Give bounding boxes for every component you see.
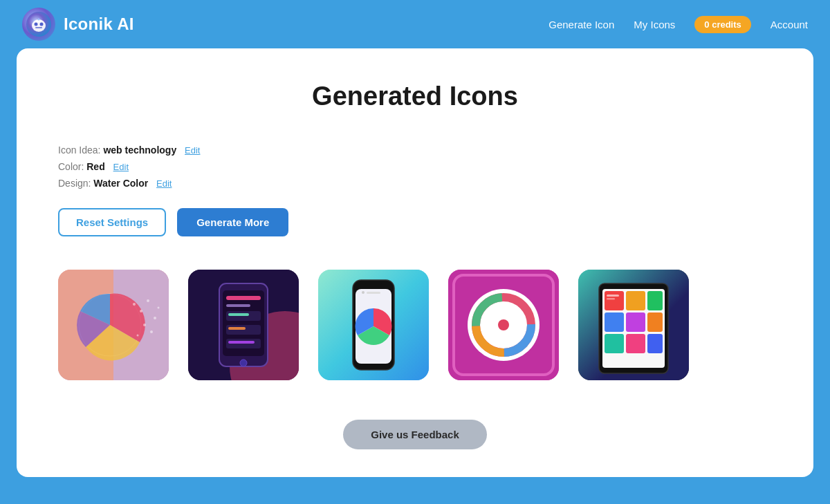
svg-point-45 <box>498 319 509 330</box>
svg-rect-23 <box>226 304 250 307</box>
svg-point-6 <box>38 19 40 21</box>
svg-rect-53 <box>626 312 645 332</box>
svg-point-17 <box>137 335 139 337</box>
svg-point-3 <box>40 23 44 26</box>
svg-point-14 <box>143 324 146 326</box>
feedback-section: Give us Feedback <box>17 420 813 449</box>
icons-grid <box>58 270 772 380</box>
icon-idea-line: Icon Idea: web technology Edit <box>58 144 772 156</box>
icon-idea-edit[interactable]: Edit <box>185 145 200 156</box>
color-value: Red <box>86 161 104 172</box>
svg-point-16 <box>158 307 160 309</box>
svg-rect-56 <box>626 334 645 353</box>
svg-rect-57 <box>647 334 663 353</box>
main-content-card: Generated Icons Icon Idea: web technolog… <box>17 48 813 477</box>
svg-point-12 <box>147 299 149 302</box>
color-edit[interactable]: Edit <box>113 162 129 172</box>
svg-rect-22 <box>226 296 261 300</box>
generated-icon-3[interactable] <box>318 270 429 380</box>
design-edit[interactable]: Edit <box>156 178 172 189</box>
svg-rect-54 <box>647 312 663 332</box>
generate-icon-nav[interactable]: Generate Icon <box>548 19 614 30</box>
svg-point-2 <box>35 23 38 26</box>
app-logo <box>22 8 55 41</box>
icon-idea-label: Icon Idea: <box>58 144 101 156</box>
action-buttons: Reset Settings Generate More <box>58 208 772 236</box>
settings-info: Icon Idea: web technology Edit Color: Re… <box>58 144 772 189</box>
color-label: Color: <box>58 161 84 172</box>
icon-idea-value: web technology <box>103 144 176 156</box>
my-icons-nav[interactable]: My Icons <box>634 19 675 30</box>
reset-settings-button[interactable]: Reset Settings <box>58 208 166 236</box>
svg-rect-49 <box>605 291 624 310</box>
svg-point-30 <box>240 360 247 366</box>
svg-rect-55 <box>605 334 624 353</box>
svg-point-10 <box>133 303 136 306</box>
app-title: Iconik AI <box>64 15 134 34</box>
color-line: Color: Red Edit <box>58 161 772 172</box>
generated-icon-4[interactable] <box>448 270 559 380</box>
svg-rect-59 <box>607 298 615 300</box>
page-title: Generated Icons <box>58 82 772 111</box>
main-nav: Generate Icon My Icons 0 credits Account <box>548 16 808 33</box>
design-line: Design: Water Color Edit <box>58 178 772 189</box>
svg-rect-25 <box>228 313 249 316</box>
svg-rect-29 <box>228 341 255 344</box>
header: Iconik AI Generate Icon My Icons 0 credi… <box>0 0 830 48</box>
svg-point-11 <box>140 310 142 312</box>
svg-rect-27 <box>228 327 246 330</box>
logo-area: Iconik AI <box>22 8 134 41</box>
design-label: Design: <box>58 178 91 189</box>
generated-icon-1[interactable] <box>58 270 169 380</box>
svg-rect-52 <box>605 312 624 332</box>
generated-icon-2[interactable] <box>188 270 299 380</box>
feedback-button[interactable]: Give us Feedback <box>343 420 487 449</box>
svg-point-36 <box>362 291 365 294</box>
generated-icon-5[interactable] <box>578 270 689 380</box>
design-value: Water Color <box>93 178 148 189</box>
svg-rect-58 <box>607 295 619 297</box>
svg-point-15 <box>150 330 153 333</box>
generate-more-button[interactable]: Generate More <box>177 208 288 236</box>
credits-badge[interactable]: 0 credits <box>694 16 750 33</box>
svg-rect-37 <box>367 292 380 294</box>
svg-rect-50 <box>626 291 645 310</box>
svg-rect-4 <box>35 27 42 28</box>
svg-rect-33 <box>365 283 382 288</box>
account-nav[interactable]: Account <box>771 19 808 30</box>
svg-point-13 <box>154 317 156 319</box>
svg-rect-51 <box>647 291 663 310</box>
